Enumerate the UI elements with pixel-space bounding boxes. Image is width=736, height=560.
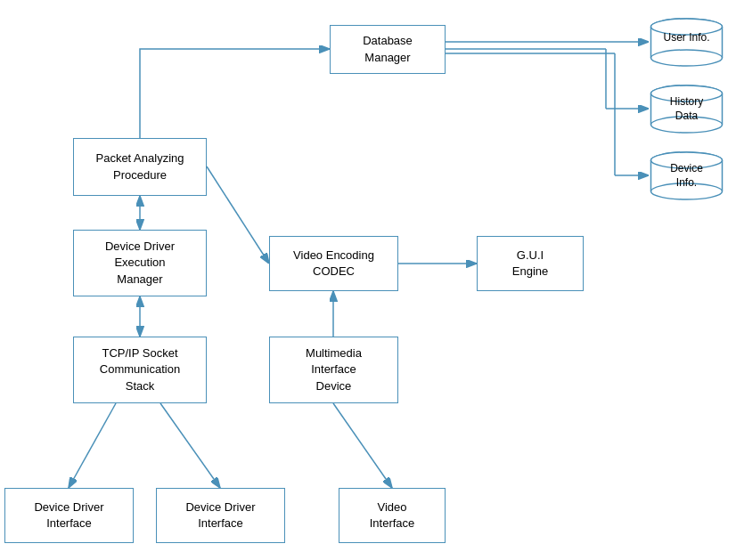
user-info-label: User Info.: [649, 31, 724, 45]
history-data-cylinder: HistoryData: [649, 85, 724, 134]
ddi-mid-label: Device DriverInterface: [185, 499, 255, 532]
video-encoding-box: Video EncodingCODEC: [269, 236, 398, 291]
ddi-left-label: Device DriverInterface: [34, 499, 103, 532]
ddi-mid-box: Device DriverInterface: [156, 488, 285, 543]
device-info-label: DeviceInfo.: [649, 162, 724, 190]
tcpip-socket-box: TCP/IP SocketCommunicationStack: [73, 337, 207, 403]
device-info-cylinder: DeviceInfo.: [649, 151, 724, 200]
device-driver-exec-box: Device DriverExecutionManager: [73, 230, 207, 296]
user-info-cylinder: User Info.: [649, 18, 724, 67]
diagram: DatabaseManager Packet AnalyzingProcedur…: [0, 0, 736, 560]
packet-analyzing-label: Packet AnalyzingProcedure: [95, 150, 184, 183]
packet-analyzing-box: Packet AnalyzingProcedure: [73, 138, 207, 196]
tcpip-socket-label: TCP/IP SocketCommunicationStack: [100, 345, 180, 394]
history-data-label: HistoryData: [649, 95, 724, 123]
video-interface-box: VideoInterface: [339, 488, 446, 543]
video-interface-label: VideoInterface: [370, 499, 415, 532]
svg-line-16: [333, 403, 392, 488]
svg-line-15: [160, 403, 220, 488]
svg-line-14: [69, 403, 116, 488]
database-manager-box: DatabaseManager: [330, 25, 446, 74]
multimedia-interface-label: MultimediaInterfaceDevice: [306, 345, 362, 394]
gui-engine-box: G.U.IEngine: [477, 236, 584, 291]
gui-engine-label: G.U.IEngine: [512, 248, 548, 280]
svg-point-21: [651, 50, 723, 66]
svg-line-10: [207, 166, 269, 264]
video-encoding-label: Video EncodingCODEC: [293, 248, 374, 280]
database-manager-label: DatabaseManager: [363, 33, 413, 65]
ddi-left-box: Device DriverInterface: [4, 488, 134, 543]
multimedia-interface-box: MultimediaInterfaceDevice: [269, 337, 398, 403]
device-driver-exec-label: Device DriverExecutionManager: [105, 239, 175, 288]
